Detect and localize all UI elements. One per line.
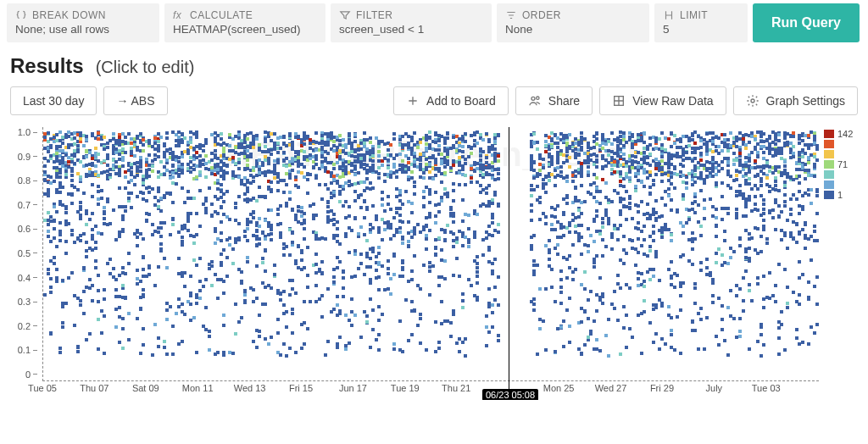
heatmap-cell bbox=[703, 347, 706, 351]
heatmap-cell bbox=[679, 294, 682, 297]
heatmap-cell bbox=[326, 143, 330, 147]
heatmap-cell bbox=[294, 291, 298, 295]
heatmap-cell bbox=[387, 195, 390, 198]
heatmap-cell bbox=[607, 217, 610, 220]
heatmap-cell bbox=[320, 260, 324, 264]
heatmap-cell bbox=[58, 130, 62, 134]
heatmap-cell bbox=[353, 253, 357, 256]
heatmap-cell bbox=[288, 176, 292, 180]
heatmap-cell bbox=[294, 351, 298, 354]
plot-area[interactable] bbox=[43, 127, 819, 380]
heatmap-cell bbox=[159, 242, 163, 246]
abs-toggle-button[interactable]: → ABS bbox=[103, 86, 167, 115]
run-query-button[interactable]: Run Query bbox=[753, 3, 860, 42]
heatmap-cell bbox=[622, 305, 626, 308]
heatmap-cell bbox=[195, 212, 198, 215]
heatmap-cell bbox=[43, 293, 47, 297]
heatmap-cell bbox=[679, 285, 682, 288]
heatmap-cell bbox=[136, 174, 139, 177]
heatmap-cell bbox=[538, 287, 542, 291]
heatmap-cell bbox=[434, 221, 437, 225]
heatmap-cell bbox=[121, 158, 125, 162]
heatmap-cell bbox=[431, 177, 435, 180]
heatmap-cell bbox=[338, 336, 342, 339]
breakdown-cell[interactable]: BREAK DOWN None; use all rows bbox=[7, 3, 159, 42]
heatmap-cell bbox=[732, 317, 736, 320]
heatmap-cell bbox=[210, 264, 214, 268]
heatmap-cell bbox=[270, 232, 273, 236]
add-to-board-button[interactable]: Add to Board bbox=[393, 86, 509, 115]
heatmap-cell bbox=[562, 211, 565, 214]
heatmap-cell bbox=[559, 291, 563, 294]
heatmap-cell bbox=[697, 166, 700, 169]
heatmap-cell bbox=[82, 290, 86, 293]
share-button[interactable]: Share bbox=[515, 86, 593, 115]
heatmap-cell bbox=[198, 289, 202, 292]
heatmap-cell bbox=[548, 179, 551, 182]
heatmap-cell bbox=[595, 131, 598, 135]
heatmap-cell bbox=[771, 216, 775, 219]
heatmap-cell bbox=[97, 153, 100, 156]
filter-cell[interactable]: FILTER screen_used < 1 bbox=[331, 3, 492, 42]
order-cell[interactable]: ORDER None bbox=[497, 3, 649, 42]
heatmap-cell bbox=[91, 183, 94, 186]
heatmap-cell bbox=[214, 241, 217, 245]
view-raw-data-button[interactable]: View Raw Data bbox=[599, 86, 726, 115]
heatmap-cell bbox=[648, 278, 652, 281]
heatmap-cell bbox=[487, 184, 491, 187]
calculate-cell[interactable]: fx CALCULATE HEATMAP(screen_used) bbox=[164, 3, 326, 42]
time-cursor[interactable]: 06/23 05:08 bbox=[509, 127, 509, 400]
heatmap-cell bbox=[136, 317, 139, 320]
heatmap-cell bbox=[127, 197, 131, 200]
heatmap-cell bbox=[789, 197, 793, 201]
heatmap-cell bbox=[279, 222, 282, 225]
heatmap-cell bbox=[497, 334, 500, 337]
heatmap-cell bbox=[434, 174, 437, 177]
heatmap-cell bbox=[565, 202, 569, 205]
heatmap-cell bbox=[748, 232, 751, 236]
heatmap-cell bbox=[530, 219, 533, 222]
heatmap-cell bbox=[654, 306, 658, 309]
heatmap-cell bbox=[786, 302, 789, 305]
heatmap-cell bbox=[458, 350, 461, 353]
heatmap-cell bbox=[55, 245, 58, 248]
heatmap-cell bbox=[276, 151, 280, 154]
heatmap-cell bbox=[744, 214, 748, 218]
heatmap-cell bbox=[326, 187, 330, 191]
heatmap-cell bbox=[255, 137, 259, 141]
heatmap-cell bbox=[49, 331, 53, 335]
heatmap-cell bbox=[801, 205, 804, 208]
heatmap-cell bbox=[389, 223, 392, 226]
heatmap-cell bbox=[392, 234, 396, 237]
heatmap-cell bbox=[807, 297, 810, 301]
heatmap-cell bbox=[786, 306, 789, 309]
heatmap-cell bbox=[291, 331, 294, 335]
heatmap-cell bbox=[165, 352, 169, 356]
timerange-button[interactable]: Last 30 day bbox=[10, 86, 97, 115]
heatmap-cell bbox=[443, 238, 447, 241]
heatmap-cell bbox=[398, 230, 402, 234]
results-edit-hint[interactable]: (Click to edit) bbox=[96, 58, 195, 77]
heatmap-cell bbox=[622, 326, 626, 330]
heatmap-cell bbox=[473, 209, 476, 213]
heatmap-cell bbox=[88, 218, 92, 221]
heatmap-cell bbox=[616, 319, 620, 322]
heatmap-cell bbox=[754, 203, 757, 206]
heatmap-cell bbox=[240, 280, 243, 283]
heatmap-cell bbox=[616, 282, 620, 286]
heatmap-cell bbox=[270, 208, 273, 212]
heatmap-cell bbox=[177, 144, 181, 147]
heatmap-cell bbox=[756, 276, 760, 280]
heatmap-cell bbox=[332, 167, 336, 170]
heatmap-cell bbox=[377, 145, 381, 148]
heatmap-cell bbox=[282, 135, 286, 138]
heatmap-cell bbox=[106, 200, 109, 203]
graph-settings-button[interactable]: Graph Settings bbox=[733, 86, 858, 115]
heatmap-cell bbox=[392, 347, 396, 351]
limit-cell[interactable]: LIMIT 5 bbox=[654, 3, 748, 42]
heatmap-cell bbox=[643, 280, 646, 283]
heatmap-cell bbox=[419, 158, 422, 162]
heatmap-chart[interactable]: 1.00.90.80.70.60.50.40.30.20.10 HEATMAP(… bbox=[8, 127, 860, 400]
heatmap-cell bbox=[717, 247, 721, 251]
heatmap-cell bbox=[760, 235, 763, 238]
